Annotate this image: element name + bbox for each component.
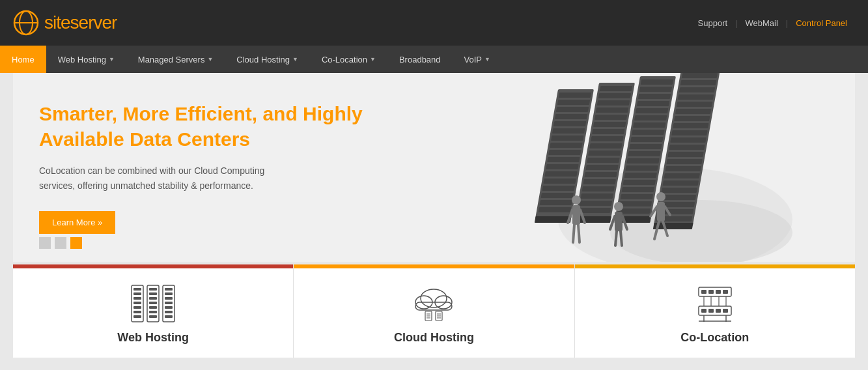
hero-description: CoLocation can be combined with our Clou… [39, 164, 287, 193]
svg-rect-112 [133, 311, 141, 313]
cloud-hosting-title: Cloud Hosting [394, 331, 474, 345]
server-icon [130, 284, 176, 323]
slider-dot-2[interactable] [55, 237, 66, 249]
colocation-icon [692, 284, 738, 323]
nav-item-cloud-hosting[interactable]: Cloud Hosting ▼ [225, 46, 310, 73]
slider-dots [39, 237, 82, 249]
svg-rect-49 [636, 108, 668, 113]
slider-dot-1[interactable] [39, 237, 51, 249]
cloud-hosting-card: Cloud Hosting [294, 264, 574, 358]
svg-rect-89 [572, 205, 580, 225]
cloud-icon [411, 284, 456, 323]
svg-rect-67 [680, 80, 716, 85]
svg-rect-118 [149, 302, 157, 304]
logo: siteserver [13, 10, 117, 36]
svg-rect-111 [133, 306, 141, 309]
support-link[interactable]: Support [690, 18, 736, 28]
svg-rect-81 [663, 180, 699, 186]
svg-rect-26 [598, 93, 631, 98]
svg-rect-54 [630, 144, 662, 149]
svg-rect-75 [671, 137, 707, 143]
slider-dot-3[interactable] [70, 237, 82, 249]
svg-line-92 [573, 225, 574, 242]
svg-rect-63 [618, 208, 651, 214]
svg-rect-45 [641, 79, 673, 85]
webmail-link[interactable]: WebMail [737, 18, 785, 28]
svg-line-99 [621, 231, 622, 246]
svg-rect-83 [660, 195, 696, 200]
svg-rect-10 [553, 121, 586, 126]
svg-rect-19 [542, 186, 575, 191]
svg-rect-34 [589, 150, 621, 156]
svg-rect-57 [626, 165, 658, 171]
control-panel-link[interactable]: Control Panel [788, 18, 855, 28]
logo-plain: site [44, 12, 70, 33]
svg-rect-33 [590, 143, 623, 149]
svg-rect-47 [638, 94, 671, 99]
svg-rect-123 [165, 288, 173, 291]
svg-rect-126 [165, 302, 173, 304]
svg-rect-21 [540, 200, 572, 205]
svg-rect-12 [551, 135, 583, 141]
chevron-down-icon: ▼ [370, 56, 376, 63]
svg-rect-9 [555, 114, 587, 119]
svg-rect-119 [149, 306, 157, 309]
svg-rect-28 [596, 107, 628, 113]
svg-rect-55 [628, 151, 661, 156]
svg-rect-31 [592, 129, 624, 134]
svg-rect-66 [682, 73, 718, 78]
nav-bar: Home Web Hosting ▼ Managed Servers ▼ Clo… [0, 46, 868, 73]
svg-rect-77 [668, 152, 704, 157]
svg-rect-129 [165, 315, 173, 318]
svg-rect-38 [583, 179, 616, 184]
svg-rect-110 [133, 302, 141, 304]
top-links: Support | WebMail | Control Panel [690, 18, 855, 28]
svg-rect-41 [580, 201, 612, 206]
svg-rect-107 [133, 288, 141, 291]
logo-colored: server [70, 12, 117, 33]
svg-rect-108 [133, 292, 141, 295]
svg-rect-35 [587, 158, 620, 163]
svg-rect-152 [701, 309, 707, 313]
svg-rect-155 [723, 309, 728, 313]
svg-rect-42 [578, 208, 611, 213]
svg-rect-73 [673, 123, 709, 128]
svg-rect-70 [677, 102, 712, 107]
svg-rect-117 [149, 297, 157, 300]
svg-rect-72 [674, 116, 710, 121]
svg-line-98 [615, 231, 617, 246]
learn-more-button[interactable]: Learn More » [39, 211, 115, 234]
svg-rect-80 [664, 173, 700, 178]
svg-point-130 [421, 289, 447, 307]
svg-rect-14 [549, 150, 581, 155]
hero-content: Smarter, More Efficient, and Highly Avai… [13, 75, 476, 260]
svg-rect-68 [679, 87, 715, 92]
hero-title: Smarter, More Efficient, and Highly Avai… [39, 101, 450, 152]
nav-item-home[interactable]: Home [0, 46, 46, 73]
svg-rect-128 [165, 311, 173, 313]
svg-point-88 [572, 195, 581, 205]
nav-item-broadband[interactable]: Broadband [387, 46, 453, 73]
nav-item-co-location[interactable]: Co-Location ▼ [310, 46, 387, 73]
svg-rect-18 [544, 178, 576, 184]
card-top-bar-1 [13, 264, 293, 268]
web-hosting-title: Web Hosting [117, 331, 189, 345]
svg-rect-37 [585, 172, 617, 177]
nav-item-web-hosting[interactable]: Web Hosting ▼ [46, 46, 126, 73]
colocation-title: Co-Location [680, 331, 749, 345]
svg-rect-146 [723, 290, 728, 294]
svg-rect-144 [708, 290, 714, 294]
svg-rect-29 [595, 115, 627, 120]
svg-rect-32 [591, 136, 624, 141]
svg-rect-69 [678, 94, 714, 100]
svg-rect-82 [662, 188, 697, 193]
svg-rect-78 [667, 159, 703, 164]
svg-rect-27 [597, 100, 630, 106]
svg-rect-74 [672, 130, 708, 135]
svg-rect-23 [535, 216, 572, 223]
nav-item-managed-servers[interactable]: Managed Servers ▼ [126, 46, 225, 73]
svg-rect-145 [716, 290, 721, 294]
nav-item-voip[interactable]: VoIP ▼ [453, 46, 502, 73]
svg-rect-71 [675, 109, 711, 114]
svg-rect-17 [545, 171, 578, 177]
